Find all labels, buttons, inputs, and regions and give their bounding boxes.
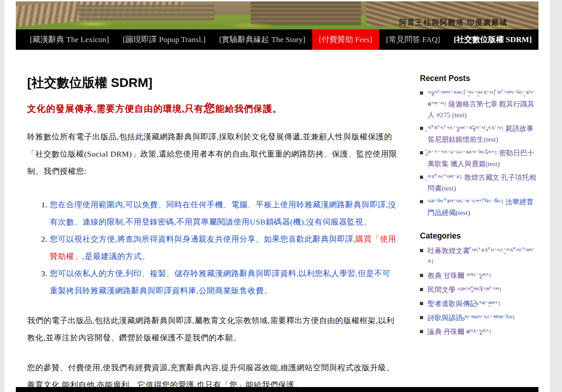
footer-bar [16,387,538,392]
grant-item-3: 您可以依私人的方便,列印、複製、儲存聆雅藏漢網路辭典與即譯資料,以利您私人學習,… [50,265,397,299]
header-image-caption: 阿育王柱與阿難塔 印度廣嚴城 [399,18,508,28]
intro-paragraph: 聆雅數位所有電子出版品,包括此漢藏網路辭典與即譯,採取利於文化發展傳遞,並兼顧人… [27,128,397,180]
grant-item-2: 您可以視社交方便,將查詢所得資料與身邊親友共使用分享。如果您喜歡此辭典與即譯,購… [50,230,397,265]
recent-post-item: ཁྱི་ར་རས་པ་དང་མཇལ་བའི་སྐོར། 密勒日巴十萬歌集 獵人與… [420,148,538,169]
category-tibetan-label: དམངས་ཁྲོད་རྩོམ་རིག། [457,287,502,293]
bullet-square-icon [420,91,423,95]
category-item: 詩歌與諺語 གླུ་གཞས་དང་གཏམ་དཔེ། [420,312,538,323]
recent-post-item: བུ་མོ་དེ་ཉིད་འབྱུང་མ་སྐྱེ་བ་དྲན་པ། 屍語故事 … [420,123,538,144]
category-link-5[interactable]: 詩歌與諺語 གླུ་གཞས་དང་གཏམ་དཔེ། [428,312,515,323]
recent-post-item: ས་སྐྱ་ལེགས་བཤད། ལེའུ་བདུན་པ། མི་རིགས་པའི… [420,88,538,120]
nav-item-lexicon[interactable]: [藏漢辭典 The Lexicon] [23,29,116,50]
category-tibetan-label: གླུ་གཞས་དང་གཏམ་དཔེ། [464,315,515,321]
category-chinese-label: 教典 甘珠爾 [428,272,464,279]
bullet-square-icon [420,127,423,130]
subtitle-before: 文化的發展傳承,需要方便自由的環境,只有 [27,104,204,114]
main-content: [社交數位版權 SDRM] 文化的發展傳承,需要方便自由的環境,只有您能給我們保… [27,50,397,392]
category-chinese-label: 論典 丹珠爾 [428,328,464,335]
license-grant-list: 您在合理使用範圍內,可以免費、同時在任何手機、電腦、平板上使用聆雅藏漢網路辭典與… [27,196,397,299]
post-tibetan-title: ཏུན་ཧོང་ཡིག་ཆ། [428,174,462,181]
post-tibetan-title: ཁྱི་ར་རས་པ་དང་མཇལ་བའི་སྐོར། [428,150,497,157]
recent-posts-title: Recent Posts [420,74,538,83]
nav-item-faq[interactable]: [常見問答 FAQ] [379,29,447,50]
grant-item-2-before: 您可以視社交方便,將查詢所得資料與身邊親友共使用分享。如果您喜歡此辭典與即譯, [50,234,356,244]
bullet-square-icon [420,200,423,203]
category-chinese-label: 民間文學 [428,286,456,293]
page: 阿育王柱與阿難塔 印度廣嚴城 [藏漢辭典 The Lexicon] [蹦現即譯 … [5,0,550,392]
recent-post-link-1[interactable]: ས་སྐྱ་ལེགས་བཤད། ལེའུ་བདུན་པ། མི་རིགས་པའི… [428,88,538,120]
recent-post-item: ཏུན་ཧོང་ཡིག་ཆ། 敦煌古藏文 孔子項托相問書(test) [420,172,538,193]
category-link-6[interactable]: 論典 丹珠爾 བསྟན་འགྱུར། [428,326,491,337]
subtitle: 文化的發展傳承,需要方便自由的環境,只有您能給我們保護。 [27,100,397,115]
categories-title: Categories [420,231,538,241]
nav-item-popup-translation[interactable]: [蹦現即譯 Popup Transl.] [116,29,212,50]
bullet-square-icon [420,151,423,154]
category-chinese-label: 吐蕃敦煌文書 [428,247,470,254]
recent-post-link-2[interactable]: བུ་མོ་དེ་ཉིད་འབྱུང་མ་སྐྱེ་བ་དྲན་པ། 屍語故事 … [428,123,538,144]
bullet-square-icon [420,302,423,305]
category-link-1[interactable]: 吐蕃敦煌文書 བོད་ཆེན་པོ་དང་ཏུན་ཧོང་ཡིག་ཆ། [428,245,538,267]
mission-paragraph: 我們的電子出版品,包括此漢藏網路辭典與即譯,屬教育文化宗教領域,需要釋出方便自由… [27,312,397,346]
category-link-3[interactable]: 民間文學 དམངས་ཁྲོད་རྩོམ་རིག། [428,284,502,295]
recent-posts-list: ས་སྐྱ་ལེགས་བཤད། ལེའུ་བདུན་པ། མི་རིགས་པའི… [420,88,538,218]
bullet-square-icon [420,288,423,291]
category-item: 論典 丹珠爾 བསྟན་འགྱུར། [420,326,538,337]
category-item: 聖者道歌與傳記 རྣམ་མགུར། [420,298,538,309]
category-tibetan-label: བསྟན་འགྱུར། [466,329,491,335]
categories-list: 吐蕃敦煌文書 བོད་ཆེན་པོ་དང་ཏུན་ཧོང་ཡིག་ཆ། 教典 甘… [420,245,538,337]
grant-item-1: 您在合理使用範圍內,可以免費、同時在任何手機、電腦、平板上使用聆雅藏漢網路辭典與… [50,196,397,230]
nav-item-fees[interactable]: [付費贊助 Fees] [312,29,379,50]
category-link-4[interactable]: 聖者道歌與傳記 རྣམ་མགུར། [428,298,500,309]
recent-post-link-4[interactable]: ཏུན་ཧོང་ཡིག་ཆ། 敦煌古藏文 孔子項托相問書(test) [428,172,538,193]
category-item: 教典 甘珠爾 བཀའ་འགྱུར། [420,270,538,281]
bullet-square-icon [420,316,423,319]
category-link-2[interactable]: 教典 甘珠爾 བཀའ་འགྱུར། [428,270,491,281]
recent-post-link-5[interactable]: དམ་པའི་ཆོས་པད་མ་དཀར་པོའི་མདོ། 法華經普門品經偈(t… [428,196,538,218]
subtitle-emphasis: 您 [204,102,215,114]
post-tibetan-title: དམ་པའི་ཆོས་པད་མ་དཀར་པོའི་མདོ། [428,199,504,206]
bullet-square-icon [420,274,423,277]
page-title: [社交數位版權 SDRM] [27,74,397,91]
category-item: 吐蕃敦煌文書 བོད་ཆེན་པོ་དང་ཏུན་ཧོང་ཡིག་ཆ། [420,245,538,267]
sidebar: Recent Posts ས་སྐྱ་ལེགས་བཤད། ལེའུ་བདུན་པ… [420,74,538,351]
category-chinese-label: 聖者道歌與傳記 [428,300,477,307]
recent-post-link-3[interactable]: ཁྱི་ར་རས་པ་དང་མཇལ་བའི་སྐོར། 密勒日巴十萬歌集 獵人與… [428,148,538,169]
recent-post-item: དམ་པའི་ཆོས་པད་མ་དཀར་པོའི་མདོ། 法華經普門品經偈(t… [420,196,538,218]
category-chinese-label: 詩歌與諺語 [428,314,463,321]
category-tibetan-label: བཀའ་འགྱུར། [466,272,491,279]
nav-item-sdrm-current[interactable]: [社交數位版權 SDRM] [447,29,539,50]
category-tibetan-label: རྣམ་མགུར། [478,301,500,307]
bullet-square-icon [420,330,423,333]
category-item: 民間文學 དམངས་ཁྲོད་རྩོམ་རིག། [420,284,538,295]
subtitle-after: 能給我們保護。 [215,104,282,114]
header-image: 阿育王柱與阿難塔 印度廣嚴城 [16,1,538,29]
main-nav: [藏漢辭典 The Lexicon] [蹦現即譯 Popup Transl.] … [16,29,538,50]
grant-item-2-after: ,是最建議的方式。 [82,252,150,261]
bullet-square-icon [420,176,423,179]
post-tibetan-title: བུ་མོ་དེ་ཉིད་འབྱུང་མ་སྐྱེ་བ་དྲན་པ། [428,125,504,132]
bullet-square-icon [420,249,423,252]
nav-item-the-story[interactable]: [實驗辭典緣起 The Story] [212,29,312,50]
